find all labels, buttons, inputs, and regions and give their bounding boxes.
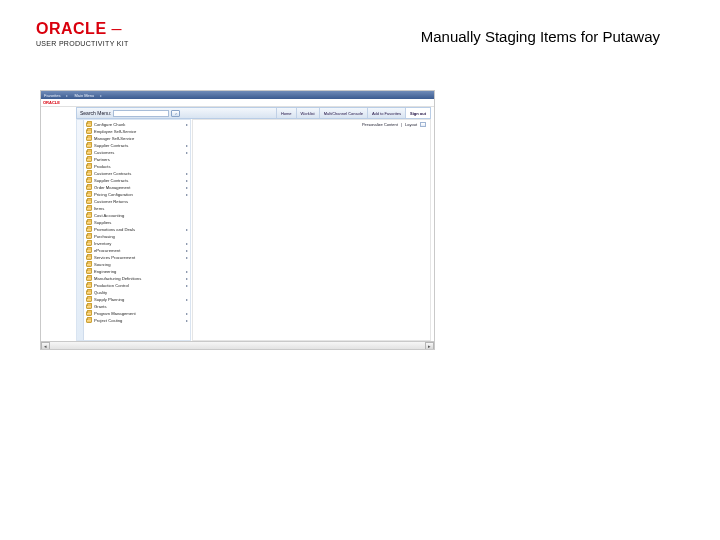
tab-add-favorites[interactable]: Add to Favorites [367,108,405,118]
nav-item[interactable]: Configure Chunk▸ [85,121,190,128]
nav-item-label: Customers [94,150,184,155]
tab-multichannel[interactable]: MultiChannel Console [319,108,367,118]
chevron-right-icon: ▸ [186,283,188,288]
search-input[interactable] [113,110,169,117]
nav-item[interactable]: Order Management▸ [85,184,190,191]
nav-item-label: Project Costing [94,318,184,323]
nav-item[interactable]: Promotions and Deals▸ [85,226,190,233]
nav-item[interactable]: Production Control▸ [85,282,190,289]
nav-item[interactable]: Partners [85,156,190,163]
chevron-right-icon: ▸ [186,150,188,155]
folder-icon [86,178,92,183]
folder-icon [86,164,92,169]
folder-icon [86,234,92,239]
folder-icon [86,241,92,246]
chevron-right-icon: ▸ [186,122,188,127]
nav-item[interactable]: Products [85,163,190,170]
chevron-right-icon: ▸ [186,297,188,302]
brand-dash-icon: — [112,24,123,35]
folder-icon [86,143,92,148]
folder-icon [86,311,92,316]
folder-icon [86,192,92,197]
nav-item[interactable]: Supply Planning▸ [85,296,190,303]
page-title: Manually Staging Items for Putaway [421,28,660,45]
nav-item-label: Customer Returns [94,199,190,204]
nav-item[interactable]: Purchasing [85,233,190,240]
brand-block: ORACLE — USER PRODUCTIVITY KIT [36,20,129,47]
scroll-right-button[interactable]: ▸ [425,342,434,350]
nav-gutter [77,120,84,340]
nav-item-label: Quality [94,290,190,295]
nav-item-label: Manager Self-Service [94,136,190,141]
chevron-right-icon: ▸ [186,143,188,148]
nav-item-label: Services Procurement [94,255,184,260]
scroll-left-button[interactable]: ◂ [41,342,50,350]
nav-item[interactable]: Supplier Contracts▸ [85,177,190,184]
folder-icon [86,255,92,260]
oracle-mini-logo: ORACLE [43,100,60,105]
chevron-right-icon: ▸ [186,178,188,183]
nav-item[interactable]: Program Management▸ [85,310,190,317]
chevron-right-icon: ▸ [186,171,188,176]
layout-link[interactable]: Layout [405,122,417,127]
nav-item[interactable]: Items [85,205,190,212]
nav-item-label: Supply Planning [94,297,184,302]
personalize-content-link[interactable]: Personalize Content [362,122,398,127]
tab-worklist[interactable]: Worklist [296,108,319,118]
chevron-right-icon: ▸ [100,93,102,98]
nav-item-label: Program Management [94,311,184,316]
sub-header: ORACLE [41,99,434,107]
nav-item-label: Manufacturing Definitions [94,276,184,281]
folder-icon [86,122,92,127]
left-nav: Configure Chunk▸Employee Self-ServiceMan… [76,119,191,341]
folder-icon [86,157,92,162]
nav-item[interactable]: Quality [85,289,190,296]
nav-item[interactable]: Project Costing▸ [85,317,190,324]
nav-item[interactable]: Employee Self-Service [85,128,190,135]
nav-item-label: Engineering [94,269,184,274]
nav-item[interactable]: Engineering▸ [85,268,190,275]
nav-item[interactable]: Cost Accounting [85,212,190,219]
menubar: Search Menu: ⌕ Home Worklist MultiChanne… [76,107,431,119]
personalize-bar: Personalize Content | Layout [362,122,426,127]
nav-item-label: Order Management [94,185,184,190]
nav-item[interactable]: Inventory▸ [85,240,190,247]
nav-item[interactable]: Supplier Contracts▸ [85,142,190,149]
breadcrumb-favorites[interactable]: Favorites [44,93,60,98]
nav-item[interactable]: Sourcing [85,261,190,268]
chevron-right-icon: ▸ [186,192,188,197]
nav-item[interactable]: Customers▸ [85,149,190,156]
nav-item[interactable]: Services Procurement▸ [85,254,190,261]
nav-item-label: Cost Accounting [94,213,190,218]
nav-item[interactable]: Pricing Configuration▸ [85,191,190,198]
chevron-right-icon: ▸ [66,93,68,98]
folder-icon [86,199,92,204]
application-window: Favorites ▸ Main Menu ▸ ORACLE Search Me… [40,90,435,350]
search-go-button[interactable]: ⌕ [171,110,180,117]
nav-item[interactable]: Grants [85,303,190,310]
header-tabs: Home Worklist MultiChannel Console Add t… [276,108,430,118]
breadcrumb-main-menu[interactable]: Main Menu [74,93,94,98]
nav-item-label: eProcurement [94,248,184,253]
search-label: Search Menu: [80,110,111,116]
tab-sign-out[interactable]: Sign out [405,108,430,118]
nav-item[interactable]: Manufacturing Definitions▸ [85,275,190,282]
nav-item-label: Inventory [94,241,184,246]
tab-home[interactable]: Home [276,108,296,118]
horizontal-scrollbar[interactable]: ◂ ▸ [41,341,434,349]
nav-item-label: Purchasing [94,234,190,239]
nav-item-label: Products [94,164,190,169]
nav-item-label: Items [94,206,190,211]
folder-icon [86,136,92,141]
nav-item[interactable]: Suppliers [85,219,190,226]
chevron-right-icon: ▸ [186,318,188,323]
nav-item-label: Supplier Contracts [94,143,184,148]
nav-list: Configure Chunk▸Employee Self-ServiceMan… [85,120,190,324]
layout-icon[interactable] [420,122,426,127]
nav-item-label: Sourcing [94,262,190,267]
nav-item[interactable]: eProcurement▸ [85,247,190,254]
nav-item-label: Suppliers [94,220,190,225]
nav-item[interactable]: Customer Returns [85,198,190,205]
nav-item[interactable]: Manager Self-Service [85,135,190,142]
nav-item[interactable]: Customer Contracts▸ [85,170,190,177]
